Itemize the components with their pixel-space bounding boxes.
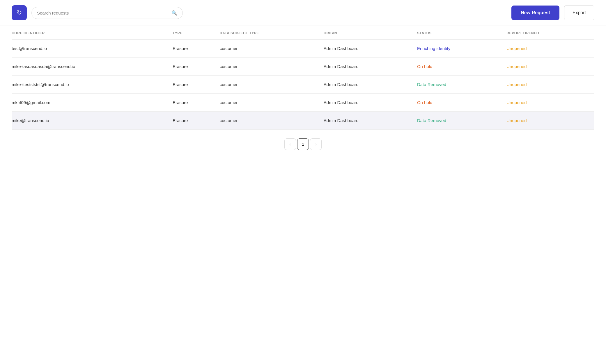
cell-status: Data Removed xyxy=(417,112,506,130)
col-header-type: TYPE xyxy=(173,26,220,40)
table-container: CORE IDENTIFIER TYPE DATA SUBJECT TYPE O… xyxy=(0,26,606,130)
cell-origin: Admin Dashboard xyxy=(324,40,417,58)
table-row[interactable]: mike@transcend.io Erasure customer Admin… xyxy=(12,112,594,130)
cell-status: On hold xyxy=(417,94,506,112)
export-button[interactable]: Export xyxy=(564,5,594,20)
cell-core-identifier: test@transcend.io xyxy=(12,40,173,58)
search-input-wrapper: 🔍 xyxy=(31,7,183,19)
cell-type: Erasure xyxy=(173,58,220,76)
cell-status: On hold xyxy=(417,58,506,76)
cell-report-opened: Unopened xyxy=(506,94,594,112)
table-row[interactable]: mkfrl09@gmail.com Erasure customer Admin… xyxy=(12,94,594,112)
requests-table: CORE IDENTIFIER TYPE DATA SUBJECT TYPE O… xyxy=(12,26,594,130)
col-header-origin: ORIGIN xyxy=(324,26,417,40)
cell-report-opened: Unopened xyxy=(506,40,594,58)
cell-type: Erasure xyxy=(173,76,220,94)
cell-data-subject-type: customer xyxy=(220,40,324,58)
cell-origin: Admin Dashboard xyxy=(324,76,417,94)
refresh-button[interactable]: ↻ xyxy=(12,5,27,20)
search-icon: 🔍 xyxy=(171,10,177,16)
search-container: 🔍 xyxy=(31,7,183,19)
cell-report-opened: Unopened xyxy=(506,76,594,94)
cell-type: Erasure xyxy=(173,94,220,112)
cell-origin: Admin Dashboard xyxy=(324,94,417,112)
cell-data-subject-type: customer xyxy=(220,112,324,130)
col-header-core-identifier: CORE IDENTIFIER xyxy=(12,26,173,40)
cell-core-identifier: mike+asdasdasda@transcend.io xyxy=(12,58,173,76)
top-bar: ↻ 🔍 New Request Export xyxy=(0,0,606,26)
page-1-button[interactable]: 1 xyxy=(297,138,309,150)
cell-type: Erasure xyxy=(173,40,220,58)
col-header-data-subject-type: DATA SUBJECT TYPE xyxy=(220,26,324,40)
prev-page-button[interactable]: ‹ xyxy=(284,138,296,150)
cell-report-opened: Unopened xyxy=(506,112,594,130)
cell-data-subject-type: customer xyxy=(220,58,324,76)
table-header: CORE IDENTIFIER TYPE DATA SUBJECT TYPE O… xyxy=(12,26,594,40)
cell-report-opened: Unopened xyxy=(506,58,594,76)
table-row[interactable]: mike+asdasdasda@transcend.io Erasure cus… xyxy=(12,58,594,76)
cell-origin: Admin Dashboard xyxy=(324,58,417,76)
new-request-button[interactable]: New Request xyxy=(511,6,559,20)
cell-data-subject-type: customer xyxy=(220,76,324,94)
cell-core-identifier: mkfrl09@gmail.com xyxy=(12,94,173,112)
cell-origin: Admin Dashboard xyxy=(324,112,417,130)
table-body: test@transcend.io Erasure customer Admin… xyxy=(12,40,594,130)
cell-type: Erasure xyxy=(173,112,220,130)
col-header-report-opened: REPORT OPENED xyxy=(506,26,594,40)
cell-core-identifier: mike+testststst@transcend.io xyxy=(12,76,173,94)
refresh-icon: ↻ xyxy=(17,9,22,17)
next-page-button[interactable]: › xyxy=(310,138,322,150)
pagination: ‹ 1 › xyxy=(0,130,606,162)
cell-status: Enriching identity xyxy=(417,40,506,58)
cell-core-identifier: mike@transcend.io xyxy=(12,112,173,130)
table-row[interactable]: mike+testststst@transcend.io Erasure cus… xyxy=(12,76,594,94)
table-row[interactable]: test@transcend.io Erasure customer Admin… xyxy=(12,40,594,58)
search-input[interactable] xyxy=(37,10,169,15)
cell-data-subject-type: customer xyxy=(220,94,324,112)
cell-status: Data Removed xyxy=(417,76,506,94)
col-header-status: STATUS xyxy=(417,26,506,40)
